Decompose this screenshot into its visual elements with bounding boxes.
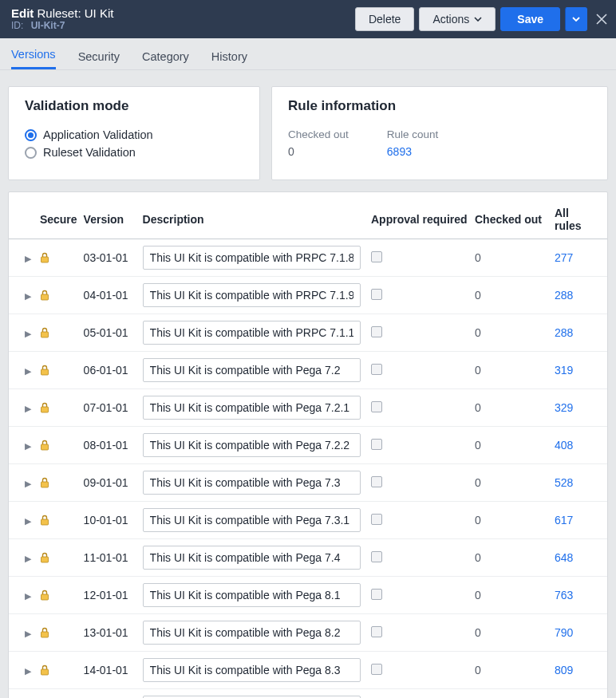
table-row: ▶05-01-010288 [9, 314, 607, 352]
version-cell: 11-01-01 [81, 539, 140, 577]
checked-out-cell: 0 [472, 239, 551, 277]
chevron-right-icon[interactable]: ▶ [25, 329, 31, 338]
approval-checkbox[interactable] [371, 589, 382, 600]
lock-icon [40, 440, 77, 451]
version-cell: 06-01-01 [81, 352, 140, 389]
approval-checkbox[interactable] [371, 401, 382, 412]
description-input[interactable] [143, 246, 361, 270]
description-input[interactable] [143, 321, 361, 345]
validation-option-label: Application Validation [43, 128, 153, 141]
chevron-right-icon[interactable]: ▶ [25, 254, 31, 263]
chevron-right-icon[interactable]: ▶ [25, 591, 31, 601]
table-row: ▶13-01-010790 [9, 614, 607, 652]
checked-out-cell: 0 [472, 614, 551, 652]
description-input[interactable] [143, 621, 361, 645]
chevron-right-icon[interactable]: ▶ [25, 666, 31, 676]
rule-count-link[interactable]: 6893 [387, 145, 439, 158]
version-cell: 12-01-01 [81, 577, 140, 614]
approval-checkbox[interactable] [371, 514, 382, 525]
entity-type-label: Ruleset: [38, 6, 81, 20]
table-row: ▶06-01-010319 [9, 352, 607, 389]
version-cell: 08-01-01 [81, 427, 140, 464]
svg-rect-8 [41, 557, 48, 562]
validation-option[interactable]: Ruleset Validation [25, 146, 243, 159]
radio-icon [25, 129, 37, 141]
all-rules-link[interactable]: 329 [555, 401, 573, 414]
svg-rect-7 [41, 519, 48, 525]
tab-category[interactable]: Category [142, 42, 189, 69]
all-rules-link[interactable]: 277 [555, 251, 573, 264]
version-cell: 04-01-01 [81, 277, 140, 314]
description-input[interactable] [143, 546, 361, 570]
lock-icon [40, 290, 77, 301]
svg-rect-3 [41, 369, 48, 375]
lock-icon [40, 590, 77, 601]
approval-checkbox[interactable] [371, 251, 382, 262]
page-title: Edit Ruleset: UI Kit [11, 6, 350, 20]
validation-option[interactable]: Application Validation [25, 128, 243, 141]
approval-checkbox[interactable] [371, 551, 382, 562]
checked-out-cell: 0 [472, 689, 551, 699]
description-input[interactable] [143, 658, 361, 682]
table-row: ▶07-01-010329 [9, 389, 607, 427]
version-cell: 14-01-01 [81, 652, 140, 689]
checked-out-cell: 0 [472, 539, 551, 577]
chevron-right-icon[interactable]: ▶ [25, 404, 31, 413]
all-rules-link[interactable]: 408 [555, 439, 573, 452]
chevron-right-icon[interactable]: ▶ [25, 554, 31, 563]
checked-out-cell: 0 [472, 427, 551, 464]
all-rules-link[interactable]: 648 [555, 551, 573, 564]
chevron-right-icon[interactable]: ▶ [25, 516, 31, 526]
description-input[interactable] [143, 358, 361, 382]
validation-option-label: Ruleset Validation [43, 146, 136, 159]
tab-security[interactable]: Security [78, 42, 120, 69]
tab-history[interactable]: History [211, 42, 247, 69]
chevron-right-icon[interactable]: ▶ [25, 366, 31, 376]
table-row: ▶14-01-010809 [9, 652, 607, 689]
checked-out-cell: 0 [472, 464, 551, 502]
table-row: ▶11-01-010648 [9, 539, 607, 577]
approval-checkbox[interactable] [371, 476, 382, 487]
checked-out-cell: 0 [472, 652, 551, 689]
all-rules-link[interactable]: 288 [555, 326, 573, 339]
delete-button[interactable]: Delete [355, 7, 414, 31]
chevron-right-icon[interactable]: ▶ [25, 291, 31, 301]
lock-icon [40, 365, 77, 376]
approval-checkbox[interactable] [371, 664, 382, 675]
tab-versions[interactable]: Versions [11, 40, 56, 69]
description-input[interactable] [143, 396, 361, 420]
chevron-right-icon[interactable]: ▶ [25, 441, 31, 451]
lock-icon [40, 327, 77, 338]
approval-checkbox[interactable] [371, 326, 382, 337]
all-rules-link[interactable]: 617 [555, 514, 573, 526]
description-header: Description [140, 200, 368, 239]
version-cell: 05-01-01 [81, 314, 140, 352]
save-button[interactable]: Save [500, 7, 560, 31]
all-rules-link[interactable]: 319 [555, 364, 573, 377]
chevron-right-icon[interactable]: ▶ [25, 629, 31, 638]
approval-checkbox[interactable] [371, 364, 382, 375]
approval-checkbox[interactable] [371, 626, 382, 637]
checked-out-value: 0 [288, 145, 349, 158]
description-input[interactable] [143, 508, 361, 532]
approval-checkbox[interactable] [371, 289, 382, 300]
lock-icon [40, 477, 77, 488]
all-rules-link[interactable]: 809 [555, 664, 573, 676]
close-button[interactable] [595, 13, 608, 26]
description-input[interactable] [143, 471, 361, 495]
approval-checkbox[interactable] [371, 439, 382, 450]
save-dropdown-button[interactable] [565, 7, 587, 31]
all-rules-link[interactable]: 790 [555, 626, 573, 639]
all-rules-link[interactable]: 288 [555, 289, 573, 302]
all-rules-link[interactable]: 763 [555, 589, 573, 601]
description-input[interactable] [143, 583, 361, 607]
actions-dropdown-button[interactable]: Actions [419, 7, 496, 31]
versions-table-card: Secure Version Description Approval requ… [8, 191, 608, 698]
id-value: UI-Kit-7 [31, 20, 65, 31]
description-input[interactable] [143, 283, 361, 307]
chevron-right-icon[interactable]: ▶ [25, 479, 31, 488]
chevron-down-icon [572, 17, 580, 22]
all-rules-link[interactable]: 528 [555, 476, 573, 489]
approval-header: Approval required [368, 200, 472, 239]
description-input[interactable] [143, 433, 361, 457]
